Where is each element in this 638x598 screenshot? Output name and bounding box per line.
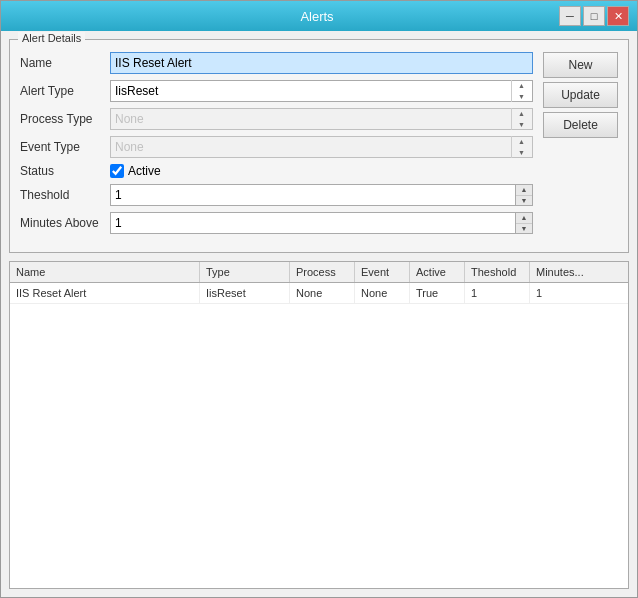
form-and-buttons: Name Alert Type IisReset ▲ ▼	[20, 52, 618, 240]
col-header-minutes: Minutes...	[530, 262, 600, 282]
row-event: None	[355, 283, 410, 303]
status-checkbox[interactable]	[110, 164, 124, 178]
title-bar: Alerts ─ □ ✕	[1, 1, 637, 31]
alerts-window: Alerts ─ □ ✕ Alert Details Name Ale	[0, 0, 638, 598]
alerts-table: Name Type Process Event Active Theshold …	[9, 261, 629, 589]
status-row: Status Active	[20, 164, 533, 178]
name-row: Name	[20, 52, 533, 74]
theshold-input[interactable]	[110, 184, 515, 206]
alert-type-select[interactable]: IisReset	[110, 80, 533, 102]
name-label: Name	[20, 56, 110, 70]
minutes-above-row: Minutes Above ▲ ▼	[20, 212, 533, 234]
alert-type-label: Alert Type	[20, 84, 110, 98]
maximize-button[interactable]: □	[583, 6, 605, 26]
col-header-active: Active	[410, 262, 465, 282]
row-theshold: 1	[465, 283, 530, 303]
update-button[interactable]: Update	[543, 82, 618, 108]
col-header-process: Process	[290, 262, 355, 282]
row-type: IisReset	[200, 283, 290, 303]
row-name: IIS Reset Alert	[10, 283, 200, 303]
col-header-event: Event	[355, 262, 410, 282]
close-button[interactable]: ✕	[607, 6, 629, 26]
row-active: True	[410, 283, 465, 303]
theshold-label: Theshold	[20, 188, 110, 202]
process-type-wrapper: None ▲ ▼	[110, 108, 533, 130]
alert-details-group: Alert Details Name Alert Type IisReset	[9, 39, 629, 253]
table-header: Name Type Process Event Active Theshold …	[10, 262, 628, 283]
minutes-above-label: Minutes Above	[20, 216, 110, 230]
window-content: Alert Details Name Alert Type IisReset	[1, 31, 637, 597]
alert-type-row: Alert Type IisReset ▲ ▼	[20, 80, 533, 102]
event-type-row: Event Type None ▲ ▼	[20, 136, 533, 158]
process-type-select[interactable]: None	[110, 108, 533, 130]
process-type-label: Process Type	[20, 112, 110, 126]
delete-button[interactable]: Delete	[543, 112, 618, 138]
minutes-above-input[interactable]	[110, 212, 515, 234]
window-title: Alerts	[75, 9, 559, 24]
table-body: IIS Reset Alert IisReset None None True …	[10, 283, 628, 588]
status-label: Status	[20, 164, 110, 178]
event-type-wrapper: None ▲ ▼	[110, 136, 533, 158]
action-buttons-area: New Update Delete	[543, 52, 618, 240]
minutes-above-spinner: ▲ ▼	[110, 212, 533, 234]
row-minutes: 1	[530, 283, 600, 303]
theshold-spinner: ▲ ▼	[110, 184, 533, 206]
alert-type-wrapper: IisReset ▲ ▼	[110, 80, 533, 102]
window-controls: ─ □ ✕	[559, 6, 629, 26]
col-header-name: Name	[10, 262, 200, 282]
theshold-row: Theshold ▲ ▼	[20, 184, 533, 206]
table-row[interactable]: IIS Reset Alert IisReset None None True …	[10, 283, 628, 304]
event-type-select[interactable]: None	[110, 136, 533, 158]
theshold-decrement-button[interactable]: ▼	[516, 196, 532, 206]
theshold-spinner-buttons: ▲ ▼	[515, 184, 533, 206]
new-button[interactable]: New	[543, 52, 618, 78]
group-label: Alert Details	[18, 32, 85, 44]
status-active-label: Active	[128, 164, 161, 178]
row-process: None	[290, 283, 355, 303]
status-checkbox-row: Active	[110, 164, 161, 178]
col-header-type: Type	[200, 262, 290, 282]
minutes-above-decrement-button[interactable]: ▼	[516, 224, 532, 234]
minimize-button[interactable]: ─	[559, 6, 581, 26]
minutes-above-spinner-buttons: ▲ ▼	[515, 212, 533, 234]
process-type-row: Process Type None ▲ ▼	[20, 108, 533, 130]
col-header-theshold: Theshold	[465, 262, 530, 282]
form-area: Name Alert Type IisReset ▲ ▼	[20, 52, 533, 240]
event-type-label: Event Type	[20, 140, 110, 154]
theshold-increment-button[interactable]: ▲	[516, 185, 532, 196]
minutes-above-increment-button[interactable]: ▲	[516, 213, 532, 224]
name-input[interactable]	[110, 52, 533, 74]
